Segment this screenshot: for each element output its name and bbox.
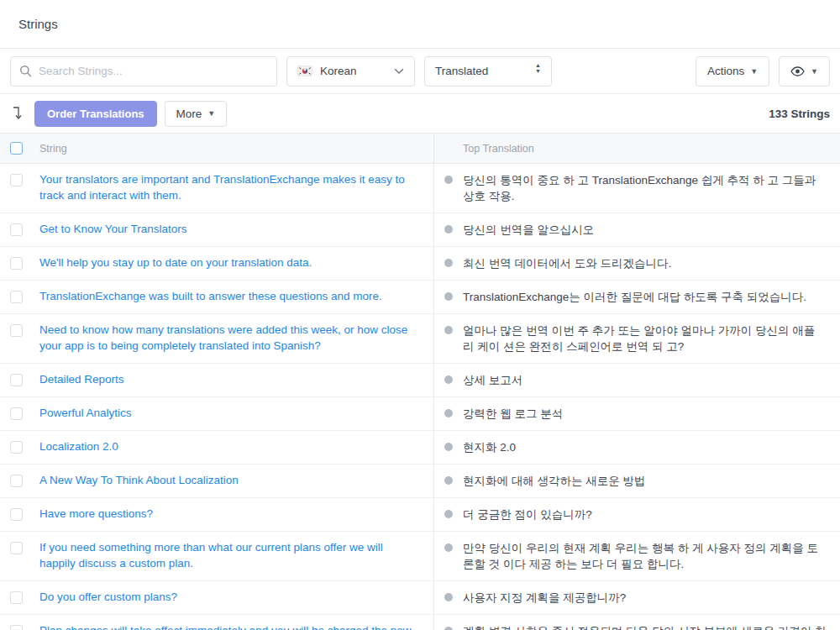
- string-link[interactable]: Do you offer custom plans?: [39, 590, 177, 606]
- row-checkbox[interactable]: [10, 407, 23, 420]
- translation-cell: 만약 당신이 우리의 현재 계획 우리는 행복 하 게 사용자 정의 계획을 토…: [434, 532, 840, 580]
- string-link[interactable]: Your translators are important and Trans…: [39, 172, 422, 204]
- row-checkbox[interactable]: [10, 223, 23, 236]
- table-row: Detailed Reports 상세 보고서: [0, 364, 840, 397]
- translation-text: 현지화 2.0: [463, 439, 516, 455]
- table-row: Your translators are important and Trans…: [0, 164, 840, 213]
- row-checkbox[interactable]: [10, 591, 23, 604]
- string-cell: Have more questions?: [0, 498, 434, 531]
- page-header: Strings: [0, 0, 840, 49]
- string-link[interactable]: We'll help you stay up to date on your t…: [39, 255, 312, 271]
- page-title: Strings: [18, 17, 58, 31]
- row-checkbox[interactable]: [10, 291, 23, 303]
- string-link[interactable]: Plan changes will take effect immediatel…: [39, 623, 422, 630]
- string-cell: Get to Know Your Translators: [0, 213, 434, 246]
- header-string-cell: String: [0, 134, 434, 163]
- translation-status-dot-icon: [444, 259, 453, 267]
- string-link[interactable]: Get to Know Your Translators: [39, 222, 187, 238]
- translation-cell: 현지화 2.0: [434, 431, 840, 464]
- translation-status-dot-icon: [444, 476, 453, 485]
- translation-status-dot-icon: [444, 627, 453, 630]
- table-row: If you need something more than what our…: [0, 532, 840, 581]
- row-checkbox[interactable]: [10, 542, 23, 554]
- string-link[interactable]: If you need something more than what our…: [39, 540, 422, 572]
- row-checkbox[interactable]: [10, 625, 23, 630]
- row-checkbox[interactable]: [10, 174, 23, 186]
- order-translations-label: Order Translations: [47, 108, 144, 120]
- actions-button-label: Actions: [707, 65, 744, 77]
- more-button[interactable]: More ▼: [165, 101, 228, 127]
- translation-cell: 당신의 번역을 알으십시오: [434, 213, 840, 246]
- table-row: Do you offer custom plans? 사용자 지정 계획을 제공…: [0, 581, 840, 615]
- row-checkbox[interactable]: [10, 257, 23, 270]
- caret-down-icon: ▼: [811, 67, 818, 76]
- subtoolbar: Order Translations More ▼ 133 Strings: [0, 94, 840, 133]
- translation-status-dot-icon: [444, 443, 453, 451]
- language-select[interactable]: Korean: [286, 56, 415, 87]
- translation-text: 현지화에 대해 생각하는 새로운 방법: [463, 473, 646, 489]
- visibility-button[interactable]: ▼: [779, 56, 830, 87]
- string-cell: Detailed Reports: [0, 364, 434, 396]
- column-header-string: String: [39, 143, 67, 155]
- table-row: Localization 2.0 현지화 2.0: [0, 431, 840, 465]
- table-row: Need to know how many translations were …: [0, 314, 840, 364]
- download-arrow-icon[interactable]: [10, 104, 25, 123]
- translation-cell: TranslationExchange는 이러한 질문에 대답 하도록 구축 되…: [434, 281, 840, 313]
- string-cell: TranslationExchange was built to answer …: [0, 281, 434, 313]
- translation-text: 최신 번역 데이터에서 도와 드리겠습니다.: [463, 255, 671, 271]
- row-checkbox[interactable]: [10, 374, 23, 386]
- string-link[interactable]: TranslationExchange was built to answer …: [39, 289, 382, 305]
- actions-button[interactable]: Actions ▼: [696, 56, 769, 87]
- translation-cell: 현지화에 대해 생각하는 새로운 방법: [434, 465, 840, 497]
- search-input[interactable]: [39, 65, 268, 77]
- translation-text: 강력한 웹 로그 분석: [463, 406, 563, 422]
- string-cell: A New Way To Think About Localization: [0, 465, 434, 497]
- translation-cell: 최신 번역 데이터에서 도와 드리겠습니다.: [434, 247, 840, 280]
- table-header: String Top Translation: [0, 133, 840, 164]
- korean-flag-icon: [297, 66, 312, 76]
- search-box[interactable]: [10, 56, 277, 87]
- string-cell: We'll help you stay up to date on your t…: [0, 247, 434, 280]
- translation-status-dot-icon: [444, 176, 453, 184]
- translation-status-dot-icon: [444, 225, 453, 234]
- row-checkbox[interactable]: [10, 441, 23, 454]
- translation-text: 계획 변경 사항은 즉시 적용되며 다음 달의 시작 부분에 새로운 가격이 청…: [463, 623, 827, 630]
- translation-text: 만약 당신이 우리의 현재 계획 우리는 행복 하 게 사용자 정의 계획을 토…: [463, 540, 827, 572]
- translation-text: 상세 보고서: [463, 372, 522, 388]
- string-link[interactable]: A New Way To Think About Localization: [39, 473, 239, 489]
- string-link[interactable]: Have more questions?: [39, 507, 153, 522]
- string-link[interactable]: Powerful Analytics: [39, 406, 132, 422]
- table-row: A New Way To Think About Localization 현지…: [0, 465, 840, 498]
- translation-status-dot-icon: [444, 375, 453, 384]
- translation-cell: 얼마나 많은 번역 이번 주 추가 또는 알아야 얼마나 가까이 당신의 애플 …: [434, 314, 840, 363]
- string-link[interactable]: Localization 2.0: [39, 439, 118, 455]
- table-row: Plan changes will take effect immediatel…: [0, 615, 840, 630]
- row-checkbox[interactable]: [10, 324, 23, 337]
- select-all-checkbox[interactable]: [10, 142, 23, 155]
- translation-status-dot-icon: [444, 543, 453, 552]
- string-link[interactable]: Need to know how many translations were …: [39, 323, 422, 354]
- row-checkbox[interactable]: [10, 508, 23, 521]
- language-select-value: Korean: [320, 65, 386, 77]
- string-cell: Need to know how many translations were …: [0, 314, 434, 363]
- table-row: Get to Know Your Translators 당신의 번역을 알으십…: [0, 213, 840, 247]
- translation-status-dot-icon: [444, 409, 453, 417]
- table-body: Your translators are important and Trans…: [0, 164, 840, 630]
- translation-cell: 계획 변경 사항은 즉시 적용되며 다음 달의 시작 부분에 새로운 가격이 청…: [434, 615, 840, 630]
- order-translations-button[interactable]: Order Translations: [34, 101, 157, 127]
- filter-select[interactable]: Translated ▲▼: [424, 56, 552, 87]
- translation-status-dot-icon: [444, 510, 453, 518]
- translation-status-dot-icon: [444, 326, 453, 334]
- translation-cell: 사용자 지정 계획을 제공합니까?: [434, 581, 840, 614]
- translation-status-dot-icon: [444, 593, 453, 601]
- translation-cell: 당신의 통역이 중요 하 고 TranslationExchange 쉽게 추적…: [434, 164, 840, 213]
- table-row: Have more questions? 더 궁금한 점이 있습니까?: [0, 498, 840, 532]
- row-checkbox[interactable]: [10, 475, 23, 487]
- header-translation-cell: Top Translation: [434, 134, 840, 163]
- chevron-down-icon: [394, 68, 404, 75]
- translation-cell: 상세 보고서: [434, 364, 840, 396]
- more-button-label: More: [176, 108, 202, 120]
- filter-select-value: Translated: [435, 65, 528, 77]
- toolbar: Korean Translated ▲▼ Actions ▼ ▼: [0, 49, 840, 94]
- string-link[interactable]: Detailed Reports: [39, 372, 124, 388]
